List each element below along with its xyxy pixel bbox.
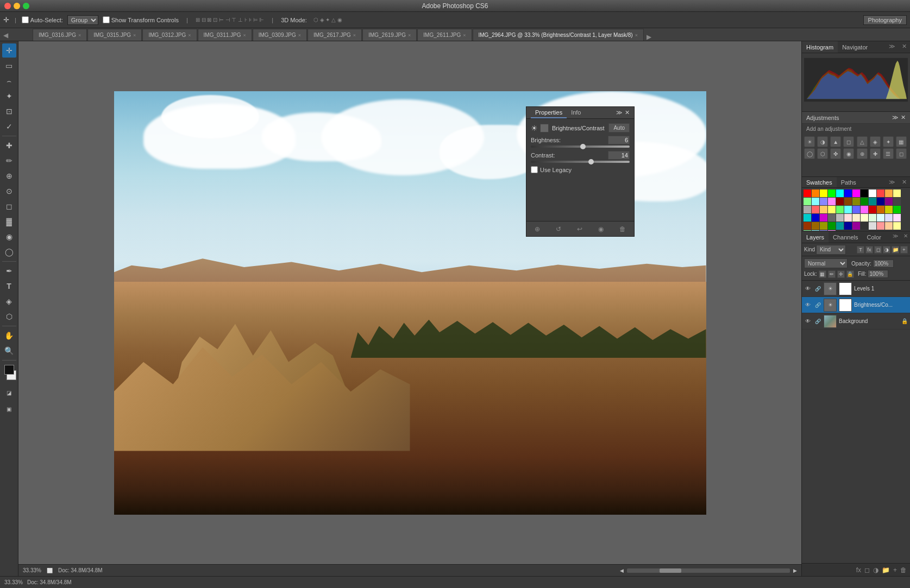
blur-button[interactable]: ◉ xyxy=(2,230,16,244)
layer-visibility-icon[interactable]: 👁 xyxy=(804,301,812,309)
color-swatch[interactable] xyxy=(836,206,844,213)
blend-mode-dropdown[interactable]: Normal xyxy=(804,258,848,268)
layers-close[interactable]: ✕ xyxy=(901,231,910,243)
brightness-slider[interactable] xyxy=(531,146,630,148)
color-swatch[interactable] xyxy=(885,206,893,213)
path-button[interactable]: ◈ xyxy=(2,294,16,308)
layers-expand[interactable]: ≫ xyxy=(889,231,901,243)
color-swatch[interactable] xyxy=(804,214,811,222)
tab-paths[interactable]: Paths xyxy=(837,177,861,187)
kind-dropdown[interactable]: Kind xyxy=(816,245,846,255)
color-swatch[interactable] xyxy=(836,189,844,197)
color-swatch[interactable] xyxy=(812,222,819,230)
color-swatch[interactable] xyxy=(812,214,819,222)
histogram-menu[interactable]: ✕ xyxy=(899,41,910,53)
color-swatch[interactable] xyxy=(828,222,836,230)
tab-item[interactable]: IMG_0311.JPG× xyxy=(198,29,252,41)
contrast-slider[interactable] xyxy=(531,161,630,163)
color-swatch[interactable] xyxy=(885,189,893,197)
color-swatch[interactable] xyxy=(893,222,901,230)
color-swatch[interactable] xyxy=(828,189,836,197)
move-tool-button[interactable]: ✛ xyxy=(2,43,16,58)
adjustment-icon-btn[interactable]: ⬡ xyxy=(817,148,828,159)
color-swatch[interactable] xyxy=(869,206,876,213)
color-swatch[interactable] xyxy=(852,214,860,222)
adjustment-icon-btn[interactable]: ✚ xyxy=(870,148,881,159)
tab-layers[interactable]: Layers xyxy=(802,231,829,243)
color-swatch[interactable] xyxy=(877,198,884,205)
adjustment-icon-btn[interactable]: ◈ xyxy=(870,136,881,147)
layers-add-btn[interactable]: T xyxy=(857,246,864,254)
tab-close-icon[interactable]: × xyxy=(188,33,191,38)
swatches-expand[interactable]: ≫ xyxy=(886,177,899,187)
tab-close-icon[interactable]: × xyxy=(298,33,301,38)
color-swatch[interactable] xyxy=(812,198,819,205)
layer-visibility-icon[interactable]: 👁 xyxy=(804,318,812,325)
tab-close-icon[interactable]: × xyxy=(353,33,356,38)
lock-all-btn[interactable]: 🔒 xyxy=(846,270,854,278)
adjustment-icon-btn[interactable]: ◉ xyxy=(843,148,854,159)
view-prev-btn[interactable]: ↺ xyxy=(556,225,561,233)
tab-properties[interactable]: Properties xyxy=(531,108,567,118)
heal-button[interactable]: ✚ xyxy=(2,138,16,153)
color-swatch[interactable] xyxy=(877,189,884,197)
layer-item[interactable]: 👁🔗☀Brightness/Co... xyxy=(802,297,910,313)
color-swatch[interactable] xyxy=(836,214,844,222)
hand-button[interactable]: ✋ xyxy=(2,328,16,343)
color-swatch[interactable] xyxy=(844,214,852,222)
lock-position-btn[interactable]: ✛ xyxy=(837,270,845,278)
tab-item[interactable]: IMG_2964.JPG @ 33.3% (Brightness/Contras… xyxy=(473,29,644,41)
color-swatch[interactable] xyxy=(804,222,811,230)
foreground-color-swatch[interactable] xyxy=(4,365,14,375)
clone-button[interactable]: ⊕ xyxy=(2,169,16,183)
color-swatch[interactable] xyxy=(852,222,860,230)
scrollbar-left[interactable]: ◀ xyxy=(620,568,624,573)
layers-adjust-btn[interactable]: ◑ xyxy=(883,246,890,254)
add-mask-button[interactable]: ◻ xyxy=(864,566,870,574)
scrollbar-right[interactable]: ▶ xyxy=(793,568,797,573)
dodge-button[interactable]: ◯ xyxy=(2,245,16,259)
screen-mode-button[interactable]: ▣ xyxy=(2,402,16,416)
color-swatch[interactable] xyxy=(885,222,893,230)
tab-close-icon[interactable]: × xyxy=(635,33,638,38)
color-swatch[interactable] xyxy=(844,198,852,205)
color-swatch[interactable] xyxy=(836,222,844,230)
tab-channels[interactable]: Channels xyxy=(829,231,862,243)
adjustment-icon-btn[interactable]: ☀ xyxy=(804,136,815,147)
brightness-input[interactable] xyxy=(608,136,630,144)
color-swatch[interactable] xyxy=(877,206,884,213)
adj-expand[interactable]: ≫ xyxy=(892,114,899,121)
color-swatch[interactable] xyxy=(844,222,852,230)
gradient-button[interactable]: ▓ xyxy=(2,214,16,229)
color-swatch[interactable] xyxy=(861,222,868,230)
color-swatch[interactable] xyxy=(812,206,819,213)
color-swatch[interactable] xyxy=(820,214,827,222)
layers-mask-btn[interactable]: ◻ xyxy=(874,246,882,254)
quick-select-button[interactable]: ✦ xyxy=(2,89,16,103)
tab-close-icon[interactable]: × xyxy=(243,33,246,38)
eyedropper-button[interactable]: ✓ xyxy=(2,119,16,134)
tab-info[interactable]: Info xyxy=(567,108,585,118)
add-adjustment-button[interactable]: ◑ xyxy=(873,566,878,574)
adjustment-icon-btn[interactable]: ☰ xyxy=(883,148,894,159)
adjustment-icon-btn[interactable]: ✤ xyxy=(830,148,841,159)
tab-histogram[interactable]: Histogram xyxy=(802,41,838,53)
quick-mask-button[interactable]: ◪ xyxy=(2,385,16,400)
auto-select-dropdown[interactable]: Group xyxy=(67,15,98,25)
type-button[interactable]: T xyxy=(2,279,16,293)
tab-navigator[interactable]: Navigator xyxy=(838,41,872,53)
tab-item[interactable]: IMG_0316.JPG× xyxy=(33,29,87,41)
tab-scroll-left[interactable]: ◀ xyxy=(3,31,8,39)
adjustment-icon-btn[interactable]: ✦ xyxy=(883,136,894,147)
swatches-close[interactable]: ✕ xyxy=(899,177,910,187)
color-swatch[interactable] xyxy=(804,230,811,231)
show-transform-checkbox[interactable]: Show Transform Controls xyxy=(103,16,179,23)
tab-item[interactable]: IMG_0309.JPG× xyxy=(253,29,307,41)
color-swatch[interactable] xyxy=(885,198,893,205)
color-swatch[interactable] xyxy=(869,189,876,197)
color-swatch[interactable] xyxy=(852,189,860,197)
color-swatch[interactable] xyxy=(869,214,876,222)
color-swatch[interactable] xyxy=(820,198,827,205)
color-swatch[interactable] xyxy=(820,230,827,231)
color-swatch[interactable] xyxy=(861,206,868,213)
